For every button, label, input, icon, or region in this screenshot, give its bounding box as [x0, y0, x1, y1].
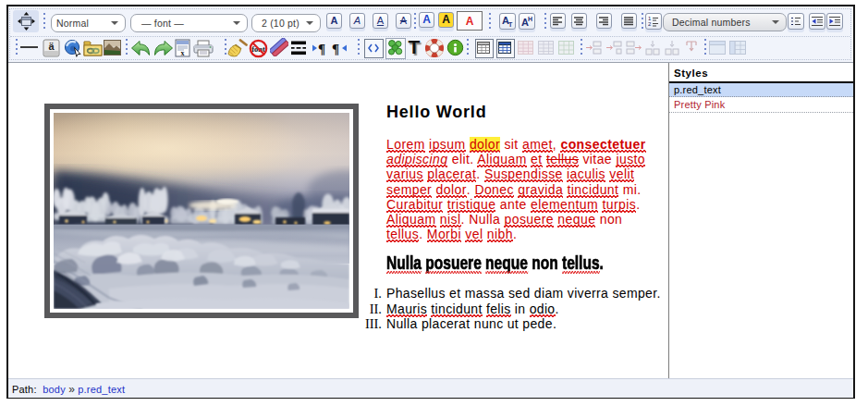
svg-text:ä: ä	[48, 41, 55, 52]
svg-text:x: x	[181, 49, 185, 57]
svg-text:¶: ¶	[318, 42, 325, 56]
svg-text:H: H	[528, 16, 532, 22]
svg-text:2: 2	[648, 21, 652, 27]
svg-text:¶: ¶	[332, 42, 339, 56]
svg-text:T: T	[508, 21, 513, 28]
